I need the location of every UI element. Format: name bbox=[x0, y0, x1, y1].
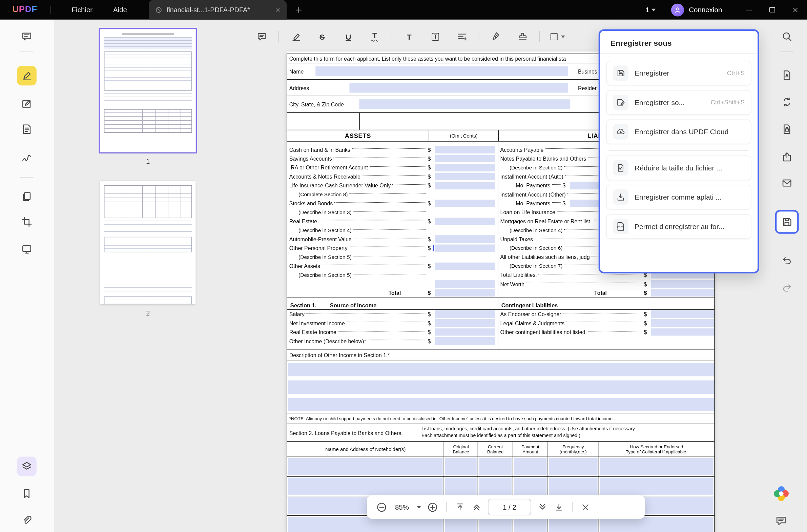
menu-aide[interactable]: Aide bbox=[113, 6, 127, 14]
loan-cell[interactable] bbox=[478, 477, 513, 496]
amount-field[interactable] bbox=[435, 182, 495, 189]
search-icon[interactable] bbox=[781, 31, 793, 43]
titlebar-page-indicator[interactable]: 1 bbox=[646, 6, 656, 14]
maximize-button[interactable] bbox=[761, 0, 784, 20]
page-thumbnail-2[interactable] bbox=[100, 181, 195, 304]
loan-cell[interactable] bbox=[513, 477, 547, 496]
loan-cell[interactable] bbox=[287, 457, 444, 476]
loan-cell[interactable] bbox=[598, 457, 714, 476]
convert-icon[interactable] bbox=[781, 96, 793, 108]
zoom-dropdown-icon[interactable] bbox=[417, 506, 421, 509]
shape-tool-icon[interactable] bbox=[547, 27, 566, 46]
menu-fichier[interactable]: Fichier bbox=[72, 6, 93, 14]
avatar[interactable] bbox=[672, 3, 684, 16]
zoom-out-icon[interactable] bbox=[376, 501, 387, 512]
typewriter-icon[interactable] bbox=[452, 27, 471, 46]
menu-item-aplati[interactable]: Enregistrer comme aplati ... bbox=[607, 185, 751, 209]
redo-icon[interactable] bbox=[781, 282, 793, 294]
protect-document-icon[interactable] bbox=[781, 123, 793, 135]
bookmarks-icon[interactable] bbox=[17, 484, 37, 504]
amount-field[interactable] bbox=[651, 328, 714, 336]
loan-cell[interactable] bbox=[513, 457, 547, 476]
amount-field[interactable] bbox=[435, 200, 495, 207]
loan-cell[interactable] bbox=[478, 457, 513, 476]
strikethrough-icon[interactable]: S bbox=[313, 27, 332, 46]
amount-field[interactable] bbox=[435, 244, 495, 252]
new-tab-icon[interactable] bbox=[295, 6, 303, 14]
amount-field[interactable] bbox=[435, 164, 495, 171]
loan-cell[interactable] bbox=[547, 457, 598, 476]
form-text-field[interactable] bbox=[288, 381, 714, 394]
ocr-icon[interactable] bbox=[781, 69, 793, 81]
pen-icon[interactable] bbox=[487, 27, 505, 46]
page-thumbnails-icon[interactable] bbox=[17, 456, 37, 476]
account-label[interactable]: Connexion bbox=[689, 6, 722, 14]
slideshow-icon[interactable] bbox=[17, 239, 37, 259]
amount-field[interactable] bbox=[435, 146, 495, 153]
edit-pdf-icon[interactable] bbox=[17, 94, 37, 114]
highlighter-icon[interactable] bbox=[287, 27, 305, 46]
amount-field[interactable] bbox=[435, 320, 495, 327]
menu-item-updf-cloud[interactable]: Enregistrer dans UPDF Cloud bbox=[607, 119, 751, 144]
undo-icon[interactable] bbox=[781, 254, 793, 266]
crop-icon[interactable] bbox=[17, 212, 37, 232]
next-page-icon[interactable] bbox=[537, 502, 547, 512]
squiggly-icon[interactable]: T bbox=[366, 27, 384, 46]
form-text-field[interactable] bbox=[359, 99, 570, 109]
menu-item-reduire-taille[interactable]: Réduire la taille du fichier ... bbox=[607, 155, 751, 180]
sticky-note-icon[interactable] bbox=[252, 27, 271, 46]
loan-cell[interactable] bbox=[598, 477, 714, 496]
form-text-field[interactable] bbox=[288, 363, 714, 376]
scroll-to-bottom-icon[interactable] bbox=[554, 502, 564, 512]
loan-cell[interactable] bbox=[547, 477, 598, 496]
zoom-in-icon[interactable] bbox=[427, 501, 438, 512]
scroll-to-top-icon[interactable] bbox=[455, 502, 465, 512]
close-button[interactable] bbox=[784, 0, 807, 20]
amount-field[interactable] bbox=[651, 320, 714, 327]
annotate-tool-icon[interactable] bbox=[17, 66, 37, 86]
amount-field[interactable] bbox=[651, 289, 714, 297]
form-text-field[interactable] bbox=[349, 83, 568, 93]
page-thumbnail-1[interactable] bbox=[100, 30, 195, 152]
amount-field[interactable] bbox=[651, 310, 714, 318]
minimize-button[interactable] bbox=[737, 0, 761, 20]
save-button-active[interactable] bbox=[775, 210, 799, 234]
previous-page-icon[interactable] bbox=[472, 502, 482, 512]
menu-item-enregistrer-sous[interactable]: Enregistrer so... Ctrl+Shift+S bbox=[607, 90, 751, 115]
tab-close-icon[interactable] bbox=[275, 7, 281, 13]
amount-field[interactable] bbox=[435, 217, 495, 225]
forms-icon[interactable] bbox=[17, 119, 37, 139]
menu-item-format-pdfa[interactable]: PDF/A Permet d'enregistrer au for... bbox=[607, 214, 751, 239]
assistant-flower-icon[interactable] bbox=[772, 485, 790, 505]
feedback-chat-icon[interactable] bbox=[775, 515, 787, 527]
amount-field[interactable] bbox=[435, 328, 495, 336]
text-box-icon[interactable]: T bbox=[426, 27, 445, 46]
comment-panel-icon[interactable] bbox=[17, 27, 37, 46]
loan-cell[interactable] bbox=[444, 457, 478, 476]
organize-pages-icon[interactable] bbox=[17, 187, 37, 206]
amount-field[interactable] bbox=[435, 235, 495, 243]
add-text-icon[interactable]: T bbox=[400, 27, 418, 46]
share-icon[interactable] bbox=[781, 151, 793, 163]
amount-field[interactable] bbox=[435, 280, 495, 288]
form-text-field[interactable] bbox=[315, 66, 568, 76]
stamp-icon[interactable] bbox=[513, 27, 532, 46]
amount-field[interactable] bbox=[435, 289, 495, 297]
underline-icon[interactable]: U bbox=[339, 27, 358, 46]
mail-icon[interactable] bbox=[781, 176, 793, 189]
menu-item-enregistrer[interactable]: Enregistrer Ctrl+S bbox=[607, 61, 751, 86]
document-tab[interactable]: financial-st...1-PDFA-PDFA* bbox=[149, 0, 287, 20]
amount-field[interactable] bbox=[435, 310, 495, 318]
amount-field[interactable] bbox=[435, 155, 495, 162]
attachments-icon[interactable] bbox=[17, 511, 37, 530]
amount-field[interactable] bbox=[651, 280, 714, 288]
form-text-field[interactable] bbox=[288, 398, 714, 411]
amount-field[interactable] bbox=[435, 262, 495, 270]
close-zoom-bar-icon[interactable] bbox=[581, 502, 590, 511]
loan-cell[interactable] bbox=[287, 477, 444, 496]
amount-field[interactable] bbox=[435, 173, 495, 180]
amount-field[interactable] bbox=[435, 337, 495, 345]
loan-cell[interactable] bbox=[444, 477, 478, 496]
signature-icon[interactable] bbox=[17, 148, 37, 167]
page-number-input[interactable]: 1 / 2 bbox=[488, 499, 531, 515]
